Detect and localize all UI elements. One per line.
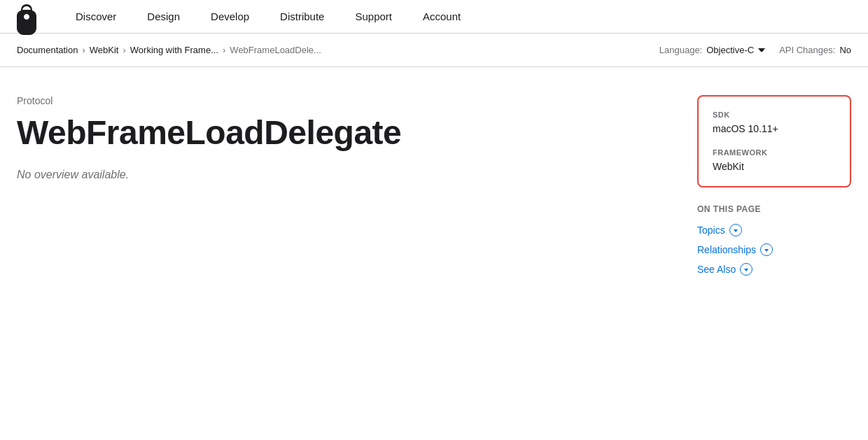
topics-link[interactable]: Topics (697, 224, 851, 236)
nav-item-account[interactable]: Account (407, 0, 476, 34)
nav-item-design[interactable]: Design (132, 0, 195, 34)
framework-label: Framework (713, 148, 836, 157)
api-changes-label: API Changes: (779, 45, 835, 55)
breadcrumb-sep-1: › (82, 45, 85, 55)
relationships-link-text: Relationships (697, 244, 756, 255)
content-body: Protocol WebFrameLoadDelegate No overvie… (17, 95, 563, 283)
nav-item-develop[interactable]: Develop (195, 0, 265, 34)
breadcrumb-right: Language: Objective-C API Changes: No (659, 45, 851, 55)
overview-text: No overview available. (17, 169, 563, 181)
language-chevron-icon (758, 48, 765, 52)
breadcrumb-webkit[interactable]: WebKit (90, 45, 119, 55)
relationships-link[interactable]: Relationships (697, 243, 851, 256)
see-also-chevron-icon (740, 263, 752, 276)
topics-link-text: Topics (697, 225, 725, 236)
relationships-chevron-icon (760, 243, 773, 256)
breadcrumb-bar: Documentation › WebKit › Working with Fr… (0, 34, 868, 67)
api-changes[interactable]: API Changes: No (779, 45, 851, 55)
breadcrumb-current: WebFrameLoadDele... (230, 45, 321, 55)
language-value: Objective-C (706, 45, 754, 55)
right-sidebar: SDK macOS 10.11+ Framework WebKit On Thi… (697, 95, 851, 283)
see-also-chevron-inner-icon (744, 269, 748, 271)
language-label: Language: (659, 45, 702, 55)
breadcrumb-sep-3: › (223, 45, 225, 55)
see-also-link[interactable]: See Also (697, 263, 851, 276)
sdk-box: SDK macOS 10.11+ Framework WebKit (697, 95, 851, 187)
nav-item-discover[interactable]: Discover (60, 0, 132, 34)
api-changes-value: No (839, 45, 851, 55)
topics-chevron-icon (729, 224, 742, 236)
page-title: WebFrameLoadDelegate (17, 115, 563, 152)
relationships-chevron-inner-icon (764, 249, 769, 252)
breadcrumb-documentation[interactable]: Documentation (17, 45, 78, 55)
nav-items: Discover Design Develop Distribute Suppo… (60, 0, 854, 34)
on-this-page-title: On This Page (697, 204, 851, 214)
see-also-link-text: See Also (697, 264, 736, 275)
apple-developer-logo[interactable] (14, 4, 39, 29)
sdk-value: macOS 10.11+ (713, 123, 836, 134)
top-nav: Discover Design Develop Distribute Suppo… (0, 0, 868, 34)
breadcrumb-sep-2: › (122, 45, 125, 55)
topics-chevron-inner-icon (734, 229, 738, 232)
sdk-label: SDK (713, 111, 836, 119)
main-content: Protocol WebFrameLoadDelegate No overvie… (0, 67, 868, 299)
language-selector[interactable]: Language: Objective-C (659, 45, 765, 55)
on-this-page: On This Page Topics Relationships See Al… (697, 204, 851, 276)
nav-item-distribute[interactable]: Distribute (265, 0, 340, 34)
nav-item-support[interactable]: Support (340, 0, 407, 34)
breadcrumb-working[interactable]: Working with Frame... (130, 45, 218, 55)
framework-value: WebKit (713, 161, 836, 172)
protocol-label: Protocol (17, 95, 563, 106)
breadcrumb: Documentation › WebKit › Working with Fr… (17, 45, 659, 55)
